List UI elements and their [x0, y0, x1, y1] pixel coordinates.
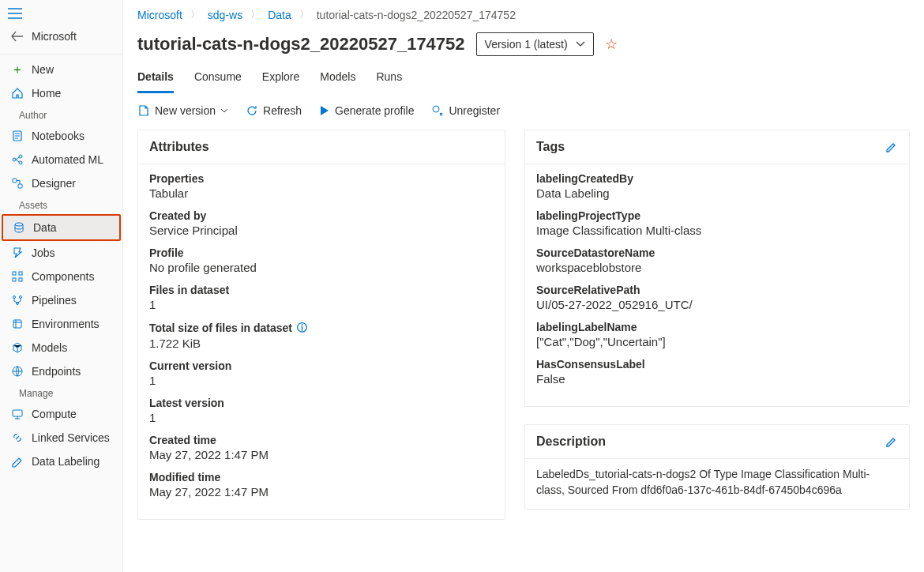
- svg-point-17: [433, 106, 439, 112]
- new-version-button[interactable]: New version: [137, 104, 228, 117]
- pipelines-icon: [11, 294, 24, 307]
- tag-value: workspaceblobstore: [536, 261, 898, 274]
- sidebar-item-data-labeling[interactable]: Data Labeling: [0, 450, 122, 473]
- prop-value-profile: No profile generated: [149, 261, 494, 274]
- tab-details[interactable]: Details: [137, 70, 174, 93]
- tag-label: SourceDatastoreName: [536, 246, 898, 259]
- sidebar-item-automl[interactable]: Automated ML: [0, 148, 122, 171]
- sidebar-item-new[interactable]: ＋ New: [0, 58, 122, 81]
- svg-rect-5: [18, 184, 22, 188]
- models-icon: [11, 341, 24, 354]
- prop-value-created-time: May 27, 2022 1:47 PM: [149, 448, 494, 461]
- chevron-right-icon: 〉: [187, 8, 203, 21]
- action-label: New version: [155, 104, 216, 117]
- prop-value-createdby: Service Principal: [149, 224, 494, 237]
- play-icon: [319, 105, 330, 116]
- prop-label-current-version: Current version: [149, 359, 494, 372]
- data-icon: [13, 221, 25, 234]
- svg-point-3: [19, 161, 22, 164]
- sidebar-item-data[interactable]: Data: [2, 214, 121, 241]
- sidebar-item-label: Linked Services: [32, 431, 110, 444]
- breadcrumb-current: tutorial-cats-n-dogs2_20220527_174752: [317, 9, 516, 21]
- refresh-button[interactable]: Refresh: [246, 104, 302, 117]
- sidebar-item-label: Pipelines: [32, 294, 77, 307]
- sidebar-item-label: Notebooks: [32, 130, 85, 142]
- sidebar-item-endpoints[interactable]: Endpoints: [0, 359, 122, 383]
- tag-value: Data Labeling: [536, 186, 898, 200]
- attributes-card: Attributes Properties Tabular Created by…: [137, 130, 505, 520]
- sidebar-item-environments[interactable]: Environments: [0, 312, 122, 336]
- tenant-label: Microsoft: [32, 30, 77, 43]
- tags-card: Tags labelingCreatedBy Data Labeling lab…: [524, 130, 910, 407]
- notebook-icon: [11, 130, 24, 142]
- version-dropdown-label: Version 1 (latest): [485, 38, 568, 51]
- sidebar-item-label: Compute: [32, 408, 77, 420]
- favorite-star-icon[interactable]: ☆: [605, 36, 618, 53]
- svg-rect-10: [19, 278, 22, 281]
- chevron-right-icon: 〉: [296, 8, 312, 21]
- breadcrumb-link[interactable]: Data: [268, 9, 291, 21]
- sidebar-item-components[interactable]: Components: [0, 265, 122, 288]
- tab-models[interactable]: Models: [320, 70, 355, 93]
- svg-rect-9: [13, 278, 16, 281]
- edit-description-button[interactable]: [885, 435, 898, 448]
- generate-profile-button[interactable]: Generate profile: [319, 104, 414, 117]
- tag-label: SourceRelativePath: [536, 284, 898, 296]
- svg-point-6: [15, 223, 23, 226]
- sidebar-item-label: Automated ML: [32, 153, 103, 166]
- hamburger-icon[interactable]: [0, 2, 122, 24]
- tenant-back[interactable]: Microsoft: [0, 24, 122, 51]
- sidebar-item-label: Data: [33, 221, 57, 234]
- prop-label-properties: Properties: [149, 172, 494, 185]
- sidebar-item-designer[interactable]: Designer: [0, 171, 122, 195]
- prop-label-created-time: Created time: [149, 434, 494, 446]
- sidebar-item-label: Environments: [32, 318, 100, 330]
- svg-point-12: [20, 296, 22, 299]
- info-icon[interactable]: ⓘ: [297, 321, 307, 335]
- svg-rect-16: [13, 410, 22, 416]
- automl-icon: [11, 153, 24, 166]
- prop-value-files: 1: [149, 298, 494, 311]
- new-version-icon: [137, 104, 150, 117]
- sidebar-item-home[interactable]: Home: [0, 81, 122, 105]
- prop-label-latest-version: Latest version: [149, 397, 494, 409]
- prop-value-latest-version: 1: [149, 411, 494, 424]
- sidebar-item-pipelines[interactable]: Pipelines: [0, 288, 122, 312]
- tag-label: labelingLabelName: [536, 321, 898, 333]
- tab-consume[interactable]: Consume: [194, 70, 242, 93]
- sidebar-item-label: New: [32, 63, 54, 76]
- edit-tags-button[interactable]: [885, 141, 898, 153]
- breadcrumb-link[interactable]: sdg-ws: [208, 9, 242, 21]
- unregister-button[interactable]: Unregister: [431, 104, 500, 117]
- action-label: Unregister: [449, 104, 500, 117]
- svg-point-1: [13, 158, 16, 161]
- breadcrumb-link[interactable]: Microsoft: [137, 9, 182, 21]
- tab-explore[interactable]: Explore: [262, 70, 299, 93]
- sidebar-item-label: Jobs: [32, 246, 55, 259]
- sidebar: Microsoft ＋ New Home Author Notebooks Au…: [0, 0, 123, 572]
- sidebar-item-models[interactable]: Models: [0, 336, 122, 359]
- prop-label-profile: Profile: [149, 246, 494, 259]
- back-arrow-icon: [11, 31, 24, 42]
- svg-rect-14: [13, 320, 21, 328]
- tag-value: Image Classification Multi-class: [536, 224, 898, 237]
- version-dropdown[interactable]: Version 1 (latest): [476, 32, 594, 56]
- divider: [0, 54, 122, 55]
- sidebar-item-jobs[interactable]: Jobs: [0, 241, 122, 265]
- main-content: Microsoft 〉 sdg-ws 〉 Data 〉 tutorial-cat…: [123, 0, 924, 572]
- sidebar-item-linked-services[interactable]: Linked Services: [0, 426, 122, 450]
- tabs: Details Consume Explore Models Runs: [123, 59, 924, 93]
- linked-icon: [11, 431, 24, 444]
- tab-runs[interactable]: Runs: [376, 70, 402, 93]
- sidebar-item-notebooks[interactable]: Notebooks: [0, 124, 122, 148]
- description-text: LabeledDs_tutorial-cats-n-dogs2 Of Type …: [536, 467, 898, 498]
- refresh-icon: [246, 104, 258, 117]
- sidebar-item-compute[interactable]: Compute: [0, 402, 122, 426]
- components-icon: [11, 270, 24, 283]
- svg-rect-7: [13, 272, 16, 275]
- sidebar-item-label: Data Labeling: [32, 455, 100, 468]
- attributes-title: Attributes: [149, 140, 209, 154]
- action-bar: New version Refresh Generate profile: [123, 93, 924, 126]
- tags-title: Tags: [536, 140, 565, 154]
- environments-icon: [11, 318, 24, 330]
